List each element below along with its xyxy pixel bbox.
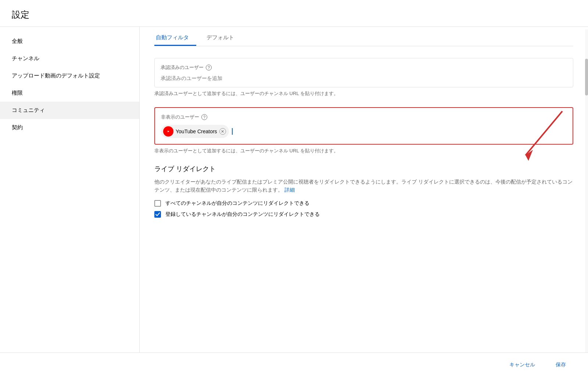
scrollbar-thumb[interactable]: [585, 59, 588, 95]
hidden-users-hint: 非表示のユーザーとして追加するには、ユーザーのチャンネル URL を貼り付けます…: [154, 148, 573, 154]
checkbox-all-channels-label: すべてのチャンネルが自分のコンテンツにリダイレクトできる: [165, 200, 309, 207]
approved-users-hint: 承認済みユーザーとして追加するには、ユーザーのチャンネル URL を貼り付けます…: [154, 90, 573, 97]
checkbox-all-channels-row: すべてのチャンネルが自分のコンテンツにリダイレクトできる: [154, 200, 573, 207]
page-header: 設定: [0, 0, 588, 27]
checkbox-all-channels[interactable]: [154, 200, 161, 207]
sidebar-item-contract[interactable]: 契約: [0, 119, 139, 136]
approved-users-label: 承認済みのユーザー ?: [161, 64, 567, 71]
approved-users-help-icon[interactable]: ?: [206, 65, 212, 70]
tab-auto-filter[interactable]: 自動フィルタ: [154, 30, 196, 46]
main-layout: 全般 チャンネル アップロード動画のデフォルト設定 権限 コミュニティ 契約 自…: [0, 27, 588, 374]
sidebar-item-general[interactable]: 全般: [0, 33, 139, 50]
scrollbar-track: [585, 29, 588, 377]
cancel-button[interactable]: キャンセル: [502, 359, 542, 371]
youtube-creators-tag-close[interactable]: ✕: [219, 128, 226, 135]
checkbox-subscribed-channels-label: 登録しているチャンネルが自分のコンテンツにリダイレクトできる: [165, 211, 320, 218]
live-redirect-detail-link[interactable]: 詳細: [284, 187, 295, 193]
footer: キャンセル 保存: [0, 352, 588, 377]
sidebar-item-community[interactable]: コミュニティ: [0, 102, 139, 119]
youtube-creators-tag-label: YouTube Creators: [176, 128, 217, 134]
sidebar-item-upload-defaults[interactable]: アップロード動画のデフォルト設定: [0, 67, 139, 84]
tabs: 自動フィルタ デフォルト: [154, 27, 573, 46]
hidden-users-box: 非表示のユーザー ? YouTube Creators ✕: [154, 107, 573, 145]
save-button[interactable]: 保存: [548, 359, 573, 371]
page-title: 設定: [12, 9, 576, 21]
content-area: 自動フィルタ デフォルト 承認済みのユーザー ? 承認済みユーザーとして追加する…: [140, 27, 588, 374]
sidebar: 全般 チャンネル アップロード動画のデフォルト設定 権限 コミュニティ 契約: [0, 27, 140, 374]
hidden-users-label: 非表示のユーザー ?: [161, 114, 567, 120]
sidebar-item-permissions[interactable]: 権限: [0, 84, 139, 102]
hidden-users-tag-container: YouTube Creators ✕: [161, 125, 567, 138]
text-cursor: [232, 128, 233, 135]
youtube-icon: [163, 126, 173, 137]
approved-users-section: 承認済みのユーザー ? 承認済みユーザーとして追加するには、ユーザーのチャンネル…: [154, 58, 573, 97]
youtube-creators-tag: YouTube Creators ✕: [161, 125, 229, 138]
approved-users-input[interactable]: [161, 75, 567, 81]
hidden-users-help-icon[interactable]: ?: [201, 114, 207, 120]
live-redirect-description: 他のクリエイターがあなたのライブ配信またはプレミア公開に視聴者をリダイレクトでき…: [154, 178, 573, 194]
live-redirect-section: ライブ リダイレクト 他のクリエイターがあなたのライブ配信またはプレミア公開に視…: [154, 164, 573, 218]
approved-users-box: 承認済みのユーザー ?: [154, 58, 573, 87]
sidebar-item-channel[interactable]: チャンネル: [0, 50, 139, 67]
checkbox-subscribed-channels[interactable]: [154, 211, 161, 218]
tab-default[interactable]: デフォルト: [205, 30, 241, 46]
live-redirect-title: ライブ リダイレクト: [154, 164, 573, 173]
hidden-users-section: 非表示のユーザー ? YouTube Creators ✕: [154, 107, 573, 154]
checkbox-subscribed-channels-row: 登録しているチャンネルが自分のコンテンツにリダイレクトできる: [154, 211, 573, 218]
